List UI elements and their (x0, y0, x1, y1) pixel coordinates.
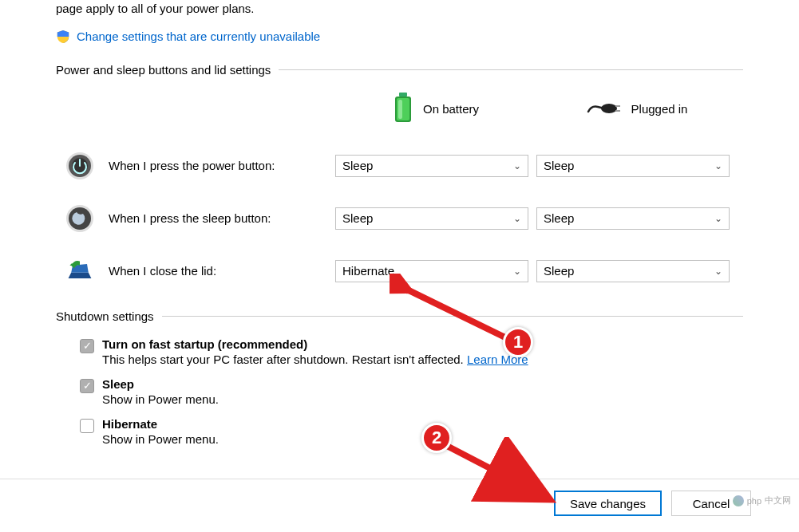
power-button-label: When I press the power button: (109, 159, 275, 172)
lid-battery-dropdown[interactable]: Hibernate⌄ (335, 260, 528, 282)
plugged-in-header: Plugged in (536, 91, 738, 128)
power-button-battery-dropdown[interactable]: Sleep⌄ (335, 155, 528, 177)
svg-rect-5 (615, 105, 620, 107)
intro-fragment: page apply to all of your power plans. (56, 0, 743, 23)
sleep-checkbox[interactable] (80, 379, 94, 393)
shutdown-section-title: Shutdown settings (56, 309, 743, 323)
svg-point-4 (601, 104, 617, 113)
power-section-title: Power and sleep buttons and lid settings (56, 63, 743, 77)
lid-icon (65, 257, 94, 286)
svg-rect-0 (399, 93, 407, 97)
hibernate-checkbox[interactable] (80, 419, 94, 433)
svg-rect-6 (615, 110, 620, 112)
sleep-title: Sleep (102, 377, 219, 391)
watermark: php中文网 (733, 495, 791, 506)
sleep-button-plugged-dropdown[interactable]: Sleep⌄ (536, 207, 730, 230)
battery-icon (393, 93, 413, 125)
save-changes-button[interactable]: Save changes (554, 491, 662, 516)
lid-plugged-dropdown[interactable]: Sleep⌄ (536, 260, 730, 282)
learn-more-link[interactable]: Learn More (467, 353, 528, 366)
chevron-down-icon: ⌄ (513, 213, 521, 224)
fast-startup-checkbox[interactable] (80, 339, 94, 353)
sleep-button-battery-dropdown[interactable]: Sleep⌄ (335, 207, 528, 230)
power-button-plugged-dropdown[interactable]: Sleep⌄ (536, 155, 730, 177)
sleep-desc: Show in Power menu. (102, 392, 219, 406)
change-settings-link[interactable]: Change settings that are currently unava… (77, 30, 320, 43)
plug-icon (587, 97, 622, 120)
fast-startup-desc: This helps start your PC faster after sh… (102, 353, 528, 366)
chevron-down-icon: ⌄ (513, 266, 521, 277)
svg-rect-3 (398, 100, 402, 119)
lid-label: When I close the lid: (109, 264, 216, 278)
fast-startup-title: Turn on fast startup (recommended) (102, 337, 528, 351)
chevron-down-icon: ⌄ (714, 213, 722, 224)
chevron-down-icon: ⌄ (513, 160, 521, 171)
watermark-logo-icon (733, 495, 744, 506)
hibernate-desc: Show in Power menu. (102, 432, 219, 446)
chevron-down-icon: ⌄ (714, 160, 722, 171)
sleep-button-icon (65, 204, 94, 233)
sleep-button-label: When I press the sleep button: (109, 211, 271, 225)
on-battery-header: On battery (335, 91, 536, 128)
power-button-icon (65, 152, 94, 180)
hibernate-title: Hibernate (102, 417, 219, 431)
shield-icon (56, 30, 70, 44)
chevron-down-icon: ⌄ (714, 266, 722, 277)
